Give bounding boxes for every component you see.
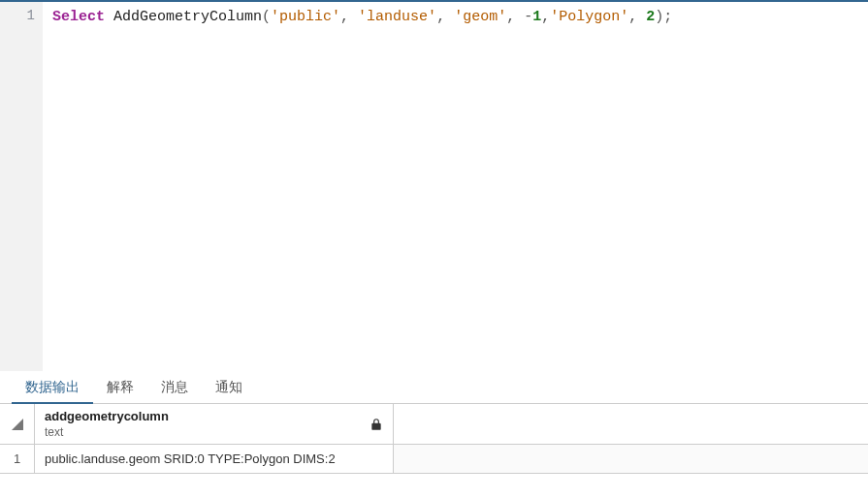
function-name: AddGeometryColumn — [113, 9, 262, 25]
column-meta: addgeometrycolumn text — [45, 409, 169, 440]
keyword-select: Select — [52, 9, 105, 25]
tab-explain[interactable]: 解释 — [93, 370, 147, 403]
tab-messages[interactable]: 消息 — [147, 370, 202, 403]
open-paren: ( — [262, 9, 271, 25]
close-paren-semicolon: ); — [655, 9, 672, 25]
arg-polygon: 'Polygon' — [550, 9, 628, 25]
comma: , — [541, 9, 550, 25]
comma: , — [628, 9, 646, 25]
row-number-cell[interactable]: 1 — [0, 445, 35, 474]
column-type: text — [45, 424, 169, 440]
select-all-corner[interactable] — [0, 404, 35, 445]
sql-editor[interactable]: Select AddGeometryColumn('public', 'land… — [43, 2, 868, 371]
grid-header-row: addgeometrycolumn text — [0, 404, 868, 445]
lock-icon — [370, 418, 383, 431]
result-grid: addgeometrycolumn text 1 public.landuse.… — [0, 404, 868, 498]
tab-data-output[interactable]: 数据输出 — [12, 370, 93, 403]
tab-notifications[interactable]: 通知 — [202, 370, 256, 403]
corner-triangle-icon — [12, 419, 23, 430]
arg-landuse: 'landuse' — [358, 9, 436, 25]
output-tabs: 数据输出 解释 消息 通知 — [0, 371, 868, 404]
minus-sign: - — [524, 9, 532, 25]
comma: , — [340, 9, 358, 25]
arg-public: 'public' — [271, 9, 340, 25]
arg-dims: 2 — [646, 9, 655, 25]
editor-gutter: 1 — [0, 2, 43, 371]
header-spacer — [394, 404, 868, 445]
arg-geom: 'geom' — [454, 9, 506, 25]
comma: , — [506, 9, 524, 25]
grid-data-row: 1 public.landuse.geom SRID:0 TYPE:Polygo… — [0, 445, 868, 474]
row-spacer — [394, 445, 868, 474]
sql-editor-pane: 1 Select AddGeometryColumn('public', 'la… — [0, 0, 868, 371]
comma: , — [436, 9, 454, 25]
column-name: addgeometrycolumn — [45, 409, 169, 424]
arg-srid: 1 — [532, 9, 541, 25]
column-header-addgeometrycolumn[interactable]: addgeometrycolumn text — [35, 404, 394, 445]
line-number: 1 — [0, 8, 35, 23]
data-cell-addgeometrycolumn[interactable]: public.landuse.geom SRID:0 TYPE:Polygon … — [35, 445, 394, 474]
